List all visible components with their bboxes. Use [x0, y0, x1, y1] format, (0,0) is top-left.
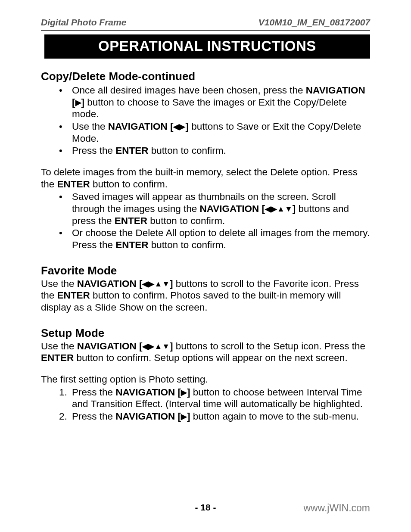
list-item: Saved images will appear as thumbnails o…: [59, 191, 370, 227]
list-item: 2.Press the NAVIGATION [▶] button again …: [59, 411, 370, 423]
paragraph: To delete images from the built-in memor…: [41, 166, 370, 190]
up-triangle-icon: ▲: [154, 342, 162, 351]
right-triangle-icon: ▶: [179, 122, 185, 131]
list-item: 1.Press the NAVIGATION [▶] button to cho…: [59, 386, 370, 410]
header-rule: [41, 30, 370, 31]
list-item: Use the NAVIGATION [◀▶] buttons to Save …: [59, 121, 370, 144]
heading-setup: Setup Mode: [41, 327, 370, 340]
right-triangle-icon: ▶: [181, 388, 187, 397]
right-triangle-icon: ▶: [181, 412, 187, 421]
bullet-list-2: Saved images will appear as thumbnails o…: [41, 191, 370, 251]
down-triangle-icon: ▼: [162, 279, 170, 289]
paragraph: Use the NAVIGATION [◀▶▲▼] buttons to scr…: [41, 278, 370, 314]
down-triangle-icon: ▼: [285, 204, 293, 214]
right-triangle-icon: ▶: [148, 279, 154, 289]
page-number: - 18 -: [195, 502, 216, 513]
heading-favorite: Favorite Mode: [41, 264, 370, 278]
list-item: Once all desired images have been chosen…: [59, 84, 370, 120]
left-triangle-icon: ◀: [173, 122, 179, 131]
title-banner: OPERATIONAL INSTRUCTIONS: [44, 34, 370, 59]
up-triangle-icon: ▲: [154, 279, 162, 289]
numbered-list: 1.Press the NAVIGATION [▶] button to cho…: [41, 386, 370, 423]
paragraph: Use the NAVIGATION [◀▶▲▼] buttons to scr…: [41, 340, 370, 364]
right-triangle-icon: ▶: [271, 204, 277, 214]
right-triangle-icon: ▶: [148, 342, 154, 351]
left-triangle-icon: ◀: [142, 342, 148, 351]
list-item: Or choose the Delete All option to delet…: [59, 227, 370, 251]
bullet-list-1: Once all desired images have been chosen…: [41, 84, 370, 157]
left-triangle-icon: ◀: [265, 204, 271, 214]
list-item: Press the ENTER button to confirm.: [59, 145, 370, 157]
page-footer: - 18 - www.jWIN.com: [41, 502, 370, 514]
down-triangle-icon: ▼: [162, 342, 170, 351]
header-left: Digital Photo Frame: [41, 17, 126, 28]
heading-copy-delete: Copy/Delete Mode-continued: [41, 70, 370, 84]
body-content: Copy/Delete Mode-continued Once all desi…: [41, 70, 370, 423]
page-header: Digital Photo Frame V10M10_IM_EN_0817200…: [41, 17, 370, 28]
header-right: V10M10_IM_EN_08172007: [258, 17, 370, 28]
left-triangle-icon: ◀: [142, 279, 148, 289]
footer-url: www.jWIN.com: [303, 502, 370, 514]
right-triangle-icon: ▶: [75, 98, 81, 107]
up-triangle-icon: ▲: [277, 204, 285, 214]
paragraph: The first setting option is Photo settin…: [41, 373, 370, 386]
